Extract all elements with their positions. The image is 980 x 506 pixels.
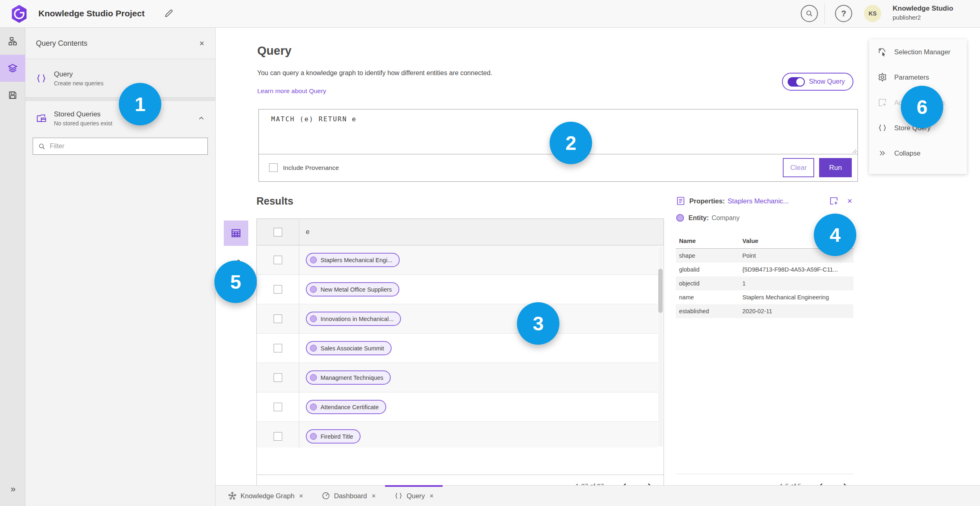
dashboard-gauge-icon (321, 491, 330, 500)
property-row[interactable]: objectid 1 (676, 276, 853, 290)
learn-more-link[interactable]: Learn more about Query (257, 87, 326, 95)
double-chevron-icon: » (11, 484, 15, 494)
contents-item-query[interactable]: Query Create new queries (25, 59, 215, 98)
show-query-toggle[interactable]: Show Query (782, 73, 853, 91)
entity-pill[interactable]: Firebird Title (306, 429, 361, 444)
row-checkbox[interactable] (274, 314, 282, 323)
table-row[interactable]: Firebird Title (257, 422, 658, 448)
row-checkbox[interactable] (274, 432, 282, 441)
entity-pill[interactable]: Managment Techniques (306, 370, 391, 385)
resize-handle[interactable] (852, 149, 857, 154)
search-button[interactable] (801, 5, 818, 22)
table-row[interactable]: Innovations in Mechanical... (257, 304, 658, 334)
menu-item-selection-manager[interactable]: Selection Manager (869, 39, 967, 65)
close-tab-icon[interactable]: ✕ (430, 493, 434, 499)
close-panel-icon[interactable]: ✕ (199, 40, 205, 47)
entity-dot-icon (310, 286, 317, 293)
menu-item-label: Collapse (894, 149, 920, 157)
table-row[interactable]: Managment Techniques (257, 363, 658, 392)
tab-query[interactable]: Query ✕ (385, 486, 443, 506)
prop-name: objectid (679, 280, 742, 287)
close-tab-icon[interactable]: ✕ (299, 493, 303, 499)
entity-dot-icon (310, 374, 317, 381)
entity-dot-icon (310, 433, 317, 440)
prop-name: name (679, 294, 742, 301)
entity-dot-icon (310, 403, 317, 410)
filter-input[interactable] (50, 143, 197, 150)
prop-name: globalid (679, 266, 742, 273)
tab-dashboard[interactable]: Dashboard ✕ (312, 486, 385, 506)
clear-button[interactable]: Clear (783, 158, 814, 177)
include-provenance-checkbox[interactable] (269, 163, 278, 172)
menu-item-label: Parameters (894, 74, 929, 81)
table-row[interactable]: Sales Associate Summit (257, 334, 658, 363)
entity-pill[interactable]: Innovations in Mechanical... (306, 312, 401, 326)
braces-icon (36, 73, 54, 84)
table-view-button[interactable] (224, 221, 248, 246)
user-avatar[interactable]: KS (864, 5, 881, 22)
app-logo-icon (11, 4, 28, 23)
prop-name: shape (679, 252, 742, 259)
property-row[interactable]: name Staplers Mechanical Engineering (676, 290, 853, 304)
results-table: e Staplers Mechanical Engi... New Metal … (256, 218, 664, 497)
rail-item-hierarchy[interactable] (0, 28, 25, 55)
left-icon-rail: » (0, 28, 25, 506)
tab-knowledge-graph[interactable]: Knowledge Graph ✕ (219, 486, 312, 506)
entity-dot-icon (310, 345, 317, 352)
add-to-selection-icon (877, 97, 888, 108)
property-row[interactable]: globalid {5D9B4713-F98D-4A53-A59F-C11... (676, 263, 853, 276)
entity-pill[interactable]: Sales Associate Summit (306, 341, 392, 355)
prop-value: 2020-02-11 (742, 308, 849, 314)
table-scrollbar[interactable] (658, 246, 663, 447)
rail-item-layers[interactable] (0, 55, 25, 82)
add-to-selection-icon[interactable] (829, 196, 839, 206)
help-button[interactable]: ? (835, 5, 852, 22)
entity-pill[interactable]: New Metal Office Suppliers (306, 282, 399, 296)
include-provenance-label: Include Provenance (283, 164, 783, 172)
user-menu[interactable]: Knowledge Studio publisher2 (893, 4, 953, 22)
avatar-initials: KS (869, 10, 876, 17)
row-checkbox[interactable] (274, 373, 282, 382)
property-row[interactable]: established 2020-02-11 (676, 304, 853, 318)
save-icon (8, 90, 18, 100)
close-tab-icon[interactable]: ✕ (372, 493, 376, 499)
user-role: publisher2 (893, 13, 953, 22)
close-properties-icon[interactable]: ✕ (846, 196, 853, 206)
row-checkbox[interactable] (274, 403, 282, 411)
entity-name: Sales Associate Summit (321, 345, 384, 352)
toggle-switch[interactable] (788, 77, 805, 87)
entity-name: Attendance Certificate (321, 404, 379, 410)
query-description: You can query a knowledge graph to ident… (257, 69, 492, 77)
help-icon: ? (841, 9, 846, 18)
menu-item-label: Selection Manager (894, 48, 951, 56)
table-row[interactable]: Staplers Mechanical Engi... (257, 245, 658, 275)
toggle-knob (796, 78, 804, 86)
menu-item-collapse[interactable]: Collapse (869, 140, 967, 166)
edit-title-icon[interactable] (163, 8, 174, 19)
entity-pill[interactable]: Attendance Certificate (306, 400, 386, 414)
row-checkbox[interactable] (274, 285, 282, 294)
expand-rail-button[interactable]: » (0, 484, 25, 495)
run-button[interactable]: Run (819, 158, 852, 177)
table-row[interactable]: New Metal Office Suppliers (257, 275, 658, 304)
rail-item-save[interactable] (0, 82, 25, 109)
collapse-section-icon[interactable] (198, 115, 205, 122)
scrollbar-thumb[interactable] (658, 269, 663, 313)
main-content: Query You can query a knowledge graph to… (216, 28, 980, 485)
annotation-badge-5: 5 (214, 261, 257, 303)
select-all-checkbox[interactable] (274, 228, 282, 236)
table-row[interactable]: Attendance Certificate (257, 392, 658, 422)
gear-icon (877, 72, 888, 82)
filter-field[interactable] (33, 138, 208, 155)
item-query-title: Query (54, 70, 205, 78)
results-title: Results (256, 195, 293, 207)
row-checkbox[interactable] (274, 256, 282, 264)
topbar-divider (824, 3, 825, 25)
user-name: Knowledge Studio (893, 4, 953, 13)
row-checkbox[interactable] (274, 344, 282, 352)
properties-entity-link[interactable]: Staplers Mechanic... (728, 197, 788, 205)
entity-pill[interactable]: Staplers Mechanical Engi... (306, 253, 400, 267)
tab-label: Query (407, 492, 425, 500)
properties-label: Properties: (689, 197, 725, 205)
layers-icon (7, 63, 18, 74)
